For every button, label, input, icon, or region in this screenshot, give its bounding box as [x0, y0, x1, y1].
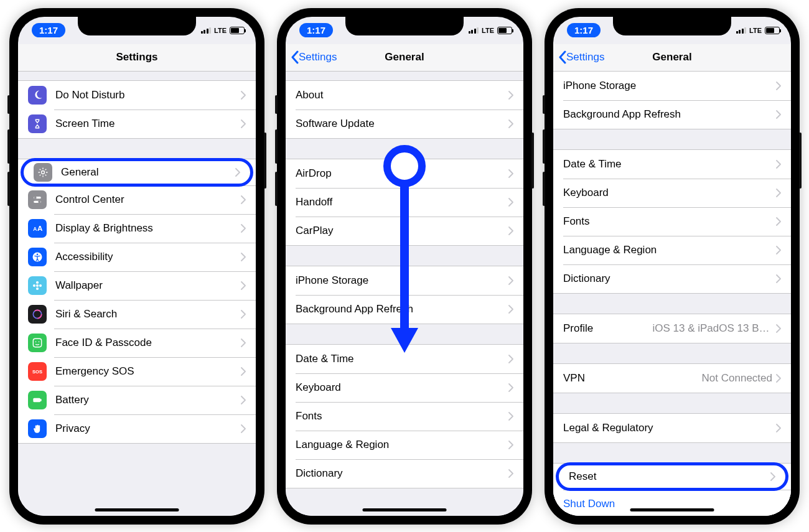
svg-point-17 — [35, 341, 37, 342]
row-label: Language & Region — [563, 244, 776, 256]
gear-icon — [34, 163, 52, 182]
carrier-label: LTE — [214, 27, 227, 34]
row-faceid[interactable]: Face ID & Passcode — [18, 329, 256, 357]
row-keyboard[interactable]: Keyboard — [553, 179, 791, 207]
row-profile[interactable]: ProfileiOS 13 & iPadOS 13 Beta Softwar..… — [553, 314, 791, 343]
hand-icon — [28, 419, 47, 438]
svg-rect-20 — [33, 398, 40, 402]
status-time: 1:17 — [299, 23, 333, 37]
row-vpn[interactable]: VPNNot Connected — [553, 364, 791, 393]
row-dictionary[interactable]: Dictionary — [553, 264, 791, 293]
chevron-right-icon — [508, 469, 513, 478]
page-title: Settings — [116, 51, 157, 63]
row-date-time[interactable]: Date & Time — [553, 150, 791, 179]
row-shut-down[interactable]: Shut Down — [553, 490, 791, 516]
row-about[interactable]: About — [286, 81, 523, 110]
chevron-right-icon — [241, 424, 246, 433]
battery-icon — [497, 27, 512, 34]
chevron-right-icon — [508, 198, 513, 207]
chevron-right-icon — [508, 91, 513, 100]
chevron-right-icon — [241, 91, 246, 100]
svg-point-18 — [39, 341, 40, 342]
row-language-region[interactable]: Language & Region — [286, 431, 523, 459]
row-label: Wallpaper — [55, 279, 241, 292]
svg-point-0 — [42, 170, 45, 174]
row-background-app-refresh[interactable]: Background App Refresh — [553, 100, 791, 129]
home-indicator[interactable] — [630, 508, 714, 511]
row-fonts[interactable]: Fonts — [553, 207, 791, 236]
svg-point-4 — [38, 200, 40, 203]
row-label: Siri & Search — [55, 308, 241, 320]
chevron-right-icon — [508, 305, 513, 314]
row-language-region[interactable]: Language & Region — [553, 236, 791, 264]
row-accessibility[interactable]: Accessibility — [18, 243, 256, 271]
chevron-right-icon — [241, 195, 246, 204]
row-label: Legal & Regulatory — [563, 422, 776, 434]
row-label: Keyboard — [296, 381, 508, 394]
hourglass-icon — [28, 114, 47, 133]
row-wallpaper[interactable]: Wallpaper — [18, 271, 256, 300]
status-time: 1:17 — [32, 23, 65, 37]
back-button[interactable]: Settings — [291, 50, 337, 64]
row-handoff[interactable]: Handoff — [286, 188, 523, 217]
chevron-right-icon — [776, 110, 781, 119]
chevron-right-icon — [776, 82, 781, 90]
svg-text:A: A — [33, 226, 37, 232]
row-label: AirDrop — [296, 167, 508, 180]
text-size-icon: AA — [28, 219, 47, 238]
chevron-right-icon — [241, 253, 246, 261]
row-fonts[interactable]: Fonts — [286, 402, 523, 431]
row-software-update[interactable]: Software Update — [286, 110, 523, 138]
moon-icon — [28, 86, 47, 105]
row-detail: iOS 13 & iPadOS 13 Beta Softwar... — [653, 322, 773, 335]
chevron-left-icon — [558, 50, 566, 64]
row-date-time[interactable]: Date & Time — [286, 345, 523, 373]
row-label: Date & Time — [296, 353, 508, 365]
home-indicator[interactable] — [363, 508, 447, 511]
row-label: Display & Brightness — [55, 222, 241, 235]
svg-point-9 — [36, 284, 39, 286]
row-label: Accessibility — [55, 251, 241, 263]
sos-icon: SOS — [28, 362, 47, 381]
row-label: Screen Time — [55, 118, 241, 130]
chevron-right-icon — [776, 324, 781, 333]
row-label: Profile — [563, 322, 653, 335]
home-indicator[interactable] — [95, 508, 179, 511]
chevron-right-icon — [776, 189, 781, 197]
carrier-label: LTE — [482, 27, 494, 34]
row-carplay[interactable]: CarPlay — [286, 217, 523, 245]
row-dnd[interactable]: Do Not Disturb — [18, 81, 256, 110]
row-screentime[interactable]: Screen Time — [18, 110, 256, 138]
row-display[interactable]: AADisplay & Brightness — [18, 214, 256, 243]
row-background-app-refresh[interactable]: Background App Refresh — [286, 295, 523, 324]
row-iphone-storage[interactable]: iPhone Storage — [553, 72, 791, 100]
row-general[interactable]: General — [21, 158, 253, 187]
notch — [613, 17, 731, 35]
chevron-right-icon — [508, 276, 513, 285]
row-airdrop[interactable]: AirDrop — [286, 159, 523, 188]
row-controlcenter[interactable]: Control Center — [18, 185, 256, 214]
row-iphone-storage[interactable]: iPhone Storage — [286, 266, 523, 295]
chevron-right-icon — [508, 412, 513, 421]
row-label: Handoff — [296, 196, 508, 208]
back-button[interactable]: Settings — [558, 50, 604, 64]
row-siri[interactable]: Siri & Search — [18, 300, 256, 329]
battery-icon — [28, 391, 47, 409]
row-privacy[interactable]: Privacy — [18, 414, 256, 443]
chevron-right-icon — [776, 424, 781, 432]
row-legal-regulatory[interactable]: Legal & Regulatory — [553, 414, 791, 442]
chevron-right-icon — [776, 246, 781, 254]
row-label: Date & Time — [563, 158, 776, 170]
row-keyboard[interactable]: Keyboard — [286, 373, 523, 402]
row-dictionary[interactable]: Dictionary — [286, 459, 523, 488]
svg-point-8 — [37, 253, 39, 255]
chevron-right-icon — [241, 310, 246, 319]
chevron-left-icon — [291, 50, 299, 64]
row-battery[interactable]: Battery — [18, 386, 256, 414]
row-reset[interactable]: Reset — [556, 462, 788, 491]
status-time: 1:17 — [567, 23, 601, 37]
svg-text:A: A — [37, 224, 43, 232]
row-sos[interactable]: SOSEmergency SOS — [18, 357, 256, 386]
carrier-label: LTE — [749, 27, 762, 34]
svg-point-12 — [33, 284, 35, 286]
